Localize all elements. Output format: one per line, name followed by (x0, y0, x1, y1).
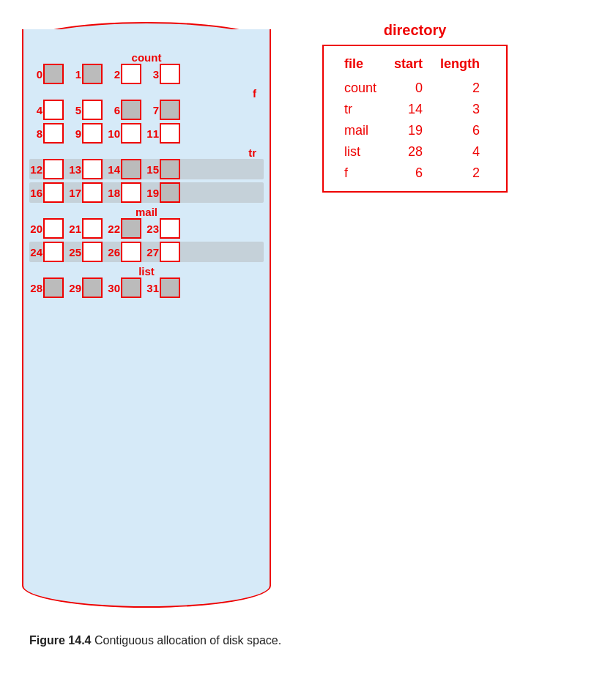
block-number: 10 (107, 127, 120, 140)
disk-row-label: f (29, 87, 264, 100)
block-number: 25 (68, 246, 81, 258)
block-box (121, 159, 141, 179)
block-cell: 12 (29, 159, 67, 179)
block-number: 0 (29, 68, 42, 81)
block-number: 17 (68, 187, 81, 199)
block-number: 29 (68, 282, 81, 294)
block-number: 22 (107, 223, 120, 235)
disk-row: 20212223 (29, 218, 264, 239)
block-cell: 1 (68, 64, 105, 84)
block-cell: 22 (107, 218, 144, 239)
disk-row-label: mail (29, 206, 264, 218)
block-number: 23 (146, 223, 159, 235)
disk-row: 24252627 (29, 242, 264, 262)
block-box (160, 159, 180, 179)
table-row: list284 (338, 141, 491, 163)
table-row: f62 (338, 163, 491, 184)
caption-text: Contiguous allocation of disk space. (91, 634, 281, 647)
block-number: 21 (68, 223, 81, 235)
block-cell: 21 (68, 218, 105, 239)
block-box (121, 182, 141, 203)
table-row: mail196 (338, 120, 491, 141)
block-box (82, 64, 103, 84)
block-number: 5 (68, 104, 81, 116)
block-box (160, 278, 180, 298)
block-cell: 27 (146, 242, 183, 262)
disk-row: 4567 (29, 100, 264, 120)
block-box (43, 64, 64, 84)
block-cell: 20 (29, 218, 67, 239)
block-number: 16 (29, 187, 42, 199)
block-box (121, 278, 141, 298)
block-box (43, 278, 64, 298)
block-box (82, 242, 103, 262)
block-cell: 24 (29, 242, 67, 262)
disk-row-label: count (29, 51, 264, 64)
col-header-start: start (388, 53, 434, 78)
block-number: 14 (107, 163, 120, 176)
block-box (82, 218, 103, 239)
block-number: 4 (29, 104, 42, 116)
disk-row: 28293031 (29, 278, 264, 298)
block-number: 19 (146, 187, 159, 199)
disk-row: 0123 (29, 64, 264, 84)
block-number: 1 (68, 68, 81, 81)
block-box (43, 182, 64, 203)
block-box (121, 242, 141, 262)
block-box (43, 218, 64, 239)
block-box (160, 182, 180, 203)
block-number: 8 (29, 127, 42, 140)
block-box (121, 100, 141, 120)
directory-table: file start length count02tr143mail196lis… (338, 53, 491, 184)
block-box (160, 242, 180, 262)
block-cell: 4 (29, 100, 67, 120)
directory-table-wrapper: file start length count02tr143mail196lis… (322, 45, 508, 193)
block-cell: 25 (68, 242, 105, 262)
block-number: 12 (29, 163, 42, 176)
block-number: 13 (68, 163, 81, 176)
block-box (121, 218, 141, 239)
block-number: 26 (107, 246, 120, 258)
block-cell: 15 (146, 159, 183, 179)
block-cell: 13 (68, 159, 105, 179)
disk-row: 16171819 (29, 182, 264, 203)
block-cell: 17 (68, 182, 105, 203)
disk-row-label: tr (29, 146, 264, 159)
block-cell: 2 (107, 64, 144, 84)
caption-bold: Figure 14.4 (29, 634, 91, 647)
col-header-file: file (338, 53, 388, 78)
block-cell: 18 (107, 182, 144, 203)
block-cell: 10 (107, 123, 144, 144)
directory-title: directory (322, 22, 508, 39)
block-cell: 28 (29, 278, 67, 298)
block-box (160, 100, 180, 120)
block-number: 27 (146, 246, 159, 258)
block-cell: 9 (68, 123, 105, 144)
block-number: 3 (146, 68, 159, 81)
block-box (43, 123, 64, 144)
block-box (43, 100, 64, 120)
disk-row: 12131415 (29, 159, 264, 179)
directory-section: directory file start length count02tr143… (322, 22, 508, 193)
table-row: count02 (338, 78, 491, 99)
table-row: tr143 (338, 99, 491, 120)
disk-row-label: list (29, 265, 264, 278)
block-box (82, 159, 103, 179)
block-number: 6 (107, 104, 120, 116)
block-number: 20 (29, 223, 42, 235)
block-number: 28 (29, 282, 42, 294)
block-number: 31 (146, 282, 159, 294)
block-cell: 23 (146, 218, 183, 239)
block-number: 9 (68, 127, 81, 140)
block-number: 15 (146, 163, 159, 176)
block-number: 24 (29, 246, 42, 258)
main-content: count0123f4567891011tr1213141516171819ma… (15, 22, 601, 622)
block-box (82, 123, 103, 144)
block-box (160, 218, 180, 239)
block-cell: 30 (107, 278, 144, 298)
block-box (82, 278, 103, 298)
block-box (121, 64, 141, 84)
disk-row: 891011 (29, 123, 264, 144)
block-number: 11 (146, 127, 159, 140)
block-cell: 19 (146, 182, 183, 203)
